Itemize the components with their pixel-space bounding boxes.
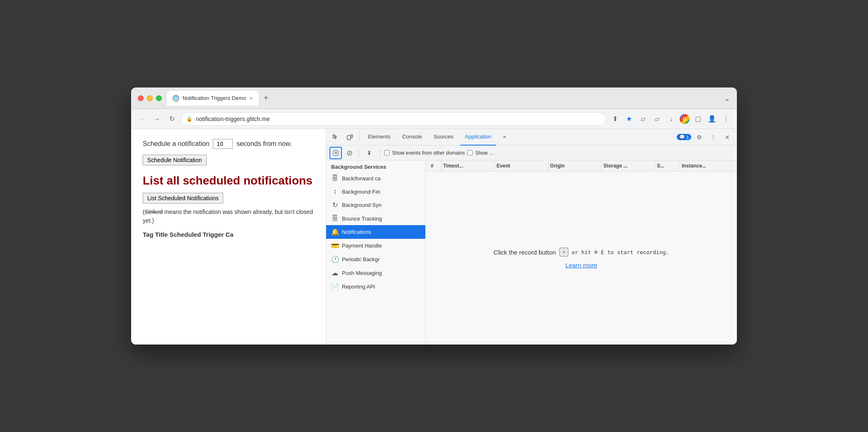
close-traffic-light[interactable]	[138, 95, 144, 101]
checkbox-show-text: Show ...	[475, 150, 493, 156]
learn-more-link[interactable]: Learn more	[566, 262, 597, 269]
background-fetch-icon: ↕	[331, 188, 339, 195]
browser-window: 🌐 Notification Triggers Demo × + ⌄ ← → ↻…	[131, 87, 737, 345]
recording-text-label: Click the record button	[494, 249, 556, 256]
google-icon[interactable]: G	[680, 114, 690, 124]
checkbox-domains[interactable]	[384, 150, 390, 155]
minimize-traffic-light[interactable]	[147, 95, 153, 101]
tab-console[interactable]: Console	[397, 129, 427, 146]
record-button[interactable]	[329, 147, 342, 159]
devtools-device-toolbar-icon[interactable]	[344, 131, 356, 143]
browser-toolbar: ⬆ ★ ▱ ▱ ↓ G ▢ 👤 ⋮	[609, 113, 732, 125]
recording-shortcut: or hit ⌘ E to start recording.	[572, 249, 669, 255]
schedule-seconds-input[interactable]	[213, 139, 233, 149]
devtools-main-panel: # Timest... Event Origin Storage ... S..…	[426, 160, 737, 345]
schedule-text: Schedule a notification seconds from now…	[143, 139, 314, 149]
sidebar-item-bounce-tracking[interactable]: 🗄 Bounce Tracking	[326, 212, 425, 225]
sidebar-item-label: Background Syn	[342, 202, 381, 208]
bookmark-icon[interactable]: ★	[623, 113, 635, 125]
sidebar-item-background-fetch[interactable]: ↕ Background Fet	[326, 185, 425, 198]
sidebar-item-back-forward[interactable]: 🗄 Back/forward ca	[326, 172, 425, 185]
sidebar-item-label: Bounce Tracking	[342, 216, 382, 222]
tab-application[interactable]: Application	[460, 129, 497, 146]
tab-sources[interactable]: Sources	[429, 129, 458, 146]
address-field[interactable]: 🔒 notification-triggers.glitch.me	[181, 112, 606, 126]
background-sync-icon: ↻	[331, 201, 339, 209]
devtools-settings-icon[interactable]: ⚙	[693, 131, 705, 143]
checkbox-domains-label[interactable]: Show events from other domains	[384, 150, 465, 156]
tab-close-button[interactable]: ×	[249, 95, 253, 102]
table-header-text: Tag Title Scheduled Trigger Ca	[143, 231, 314, 238]
striked-note: (Striked means the notification was show…	[143, 208, 314, 225]
sidebar-item-label: Periodic Backgr	[342, 256, 380, 262]
tab-bar: 🌐 Notification Triggers Demo × +	[167, 91, 719, 106]
checkbox-domains-text: Show events from other domains	[392, 150, 465, 156]
col-hash: #	[429, 160, 441, 171]
tab-more[interactable]: »	[498, 129, 511, 146]
chevron-down-icon[interactable]: ⌄	[724, 94, 730, 103]
sidebar-item-notifications[interactable]: 🔔 Notifications	[326, 225, 425, 239]
svg-rect-0	[347, 136, 351, 140]
mirror-icon[interactable]: ▢	[692, 113, 704, 125]
tab-elements[interactable]: Elements	[363, 129, 395, 146]
col-storage: Storage ...	[602, 160, 655, 171]
sidebar-item-label: Notifications	[342, 229, 371, 235]
maximize-traffic-light[interactable]	[156, 95, 162, 101]
list-header: List all scheduled notifications	[143, 174, 314, 188]
sidebar-item-payment-handler[interactable]: 💳 Payment Handle	[326, 239, 425, 252]
back-forward-icon: 🗄	[331, 175, 339, 182]
devtools-toolbar: ⊘ ⬇ Show events from other domains Show …	[326, 146, 737, 160]
extensions-icon[interactable]: ▱	[637, 113, 649, 125]
devtools-close-icon[interactable]: ✕	[721, 131, 734, 143]
record-dot-inline	[563, 251, 565, 253]
sidebar-item-reporting-api[interactable]: 📄 Reporting API	[326, 280, 425, 294]
more-menu-icon[interactable]: ⋮	[720, 113, 732, 125]
sidebar-item-push-messaging[interactable]: ☁ Push Messaging	[326, 266, 425, 280]
console-badge[interactable]: 💬 1	[677, 134, 691, 140]
svg-rect-1	[351, 135, 353, 138]
record-button-inner	[332, 150, 339, 156]
col-origin: Origin	[549, 160, 602, 171]
back-icon: ←	[139, 115, 145, 123]
record-icon-inline	[559, 248, 568, 257]
address-bar: ← → ↻ 🔒 notification-triggers.glitch.me …	[131, 109, 737, 129]
active-tab[interactable]: 🌐 Notification Triggers Demo ×	[167, 91, 258, 106]
share-icon[interactable]: ⬆	[609, 113, 621, 125]
col-timestamp: Timest...	[441, 160, 495, 171]
sidebar-item-background-sync[interactable]: ↻ Background Syn	[326, 198, 425, 212]
col-instance: Instance...	[680, 160, 734, 171]
sidebar-item-label: Background Fet	[342, 189, 380, 195]
forward-icon: →	[154, 115, 160, 123]
toolbar-separator	[358, 149, 359, 157]
payment-handler-icon: 💳	[331, 242, 339, 250]
badge-icon: 💬	[679, 134, 685, 140]
notifications-icon: 🔔	[331, 228, 339, 236]
profile-icon[interactable]: 👤	[706, 113, 718, 125]
reporting-api-icon: 📄	[331, 283, 339, 291]
checkbox-show[interactable]	[467, 150, 473, 155]
devtools-select-element-icon[interactable]	[329, 131, 342, 143]
periodic-background-icon: 🕐	[331, 255, 339, 263]
record-dot	[334, 151, 337, 154]
tab-title: Notification Triggers Demo	[183, 95, 246, 101]
checkbox-show-label[interactable]: Show ...	[467, 150, 493, 156]
sidebar-item-periodic-background[interactable]: 🕐 Periodic Backgr	[326, 252, 425, 266]
download-log-icon[interactable]: ⬇	[363, 147, 375, 159]
new-tab-button[interactable]: +	[260, 93, 272, 103]
schedule-section: Schedule a notification seconds from now…	[143, 139, 314, 165]
schedule-label-1: Schedule a notification	[143, 140, 210, 147]
list-scheduled-notifications-button[interactable]: List Scheduled Notifications	[143, 193, 223, 204]
download-icon[interactable]: ↓	[666, 113, 677, 125]
sidebar-item-label: Back/forward ca	[342, 175, 380, 182]
clear-button[interactable]: ⊘	[344, 148, 354, 158]
main-content: Schedule a notification seconds from now…	[131, 129, 737, 345]
tab-favicon: 🌐	[173, 95, 179, 102]
devtools-panel: Elements Console Sources Application » 💬…	[326, 129, 737, 345]
schedule-notification-button[interactable]: Schedule Notification	[143, 155, 207, 165]
back-button[interactable]: ←	[136, 113, 148, 125]
devtools-more-icon[interactable]: ⋮	[707, 131, 719, 143]
refresh-button[interactable]: ↻	[166, 113, 178, 125]
forward-button[interactable]: →	[151, 113, 163, 125]
record-inner-inline	[561, 249, 567, 255]
flask-icon[interactable]: ▱	[651, 113, 663, 125]
